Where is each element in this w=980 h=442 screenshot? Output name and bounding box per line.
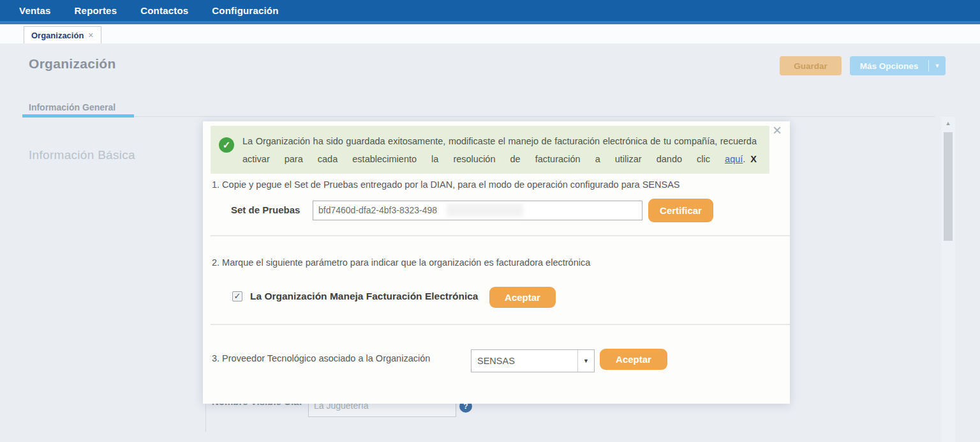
alert-text-after-link: . [743,154,745,164]
certificar-button[interactable]: Certificar [648,199,713,222]
page-title: Organización [29,56,116,72]
aceptar-step2-button[interactable]: Aceptar [489,287,556,308]
modal-close-icon[interactable]: × [773,123,782,138]
tab-organizacion[interactable]: Organización × [24,26,101,43]
step-divider [211,324,790,325]
basic-info-section-title: Información Básica [29,148,135,162]
mas-opciones-label: Más Opciones [850,61,928,71]
chevron-down-icon[interactable]: ▼ [929,63,946,69]
guardar-button[interactable]: Guardar [780,56,842,75]
tab-informacion-general[interactable]: Información General [29,102,115,112]
tab-organizacion-label: Organización [31,31,84,40]
step2-instruction: 2. Marque el siguiente parámetro para in… [212,257,590,268]
proveedor-select-value: SENSAS [471,356,577,366]
facturacion-checkbox[interactable]: ✓ [232,291,242,301]
tab-close-icon[interactable]: × [88,30,93,40]
nav-item-reportes[interactable]: Reportes [75,5,117,16]
select-caret-icon[interactable]: ▼ [577,350,594,372]
tabs-baseline-divider [134,116,935,117]
document-tabbar: Organización × [0,24,980,43]
set-de-pruebas-input[interactable]: bfd7460d-dfa2-4bf3-8323-498 [313,201,642,220]
scrollbar-up-arrow-icon[interactable]: ▲ [941,120,955,126]
aceptar-step3-button[interactable]: Aceptar [600,349,667,370]
nav-item-ventas[interactable]: Ventas [19,5,51,16]
facturacion-checkbox-label: La Organización Maneja Facturación Elect… [250,291,478,302]
success-check-icon: ✓ [219,137,234,153]
top-navbar: Ventas Reportes Contactos Configuración [0,0,980,21]
nav-item-configuracion[interactable]: Configuración [212,5,278,16]
vertical-scrollbar[interactable]: ▲ [941,117,955,442]
alert-dismiss-icon[interactable]: X [750,154,757,164]
scrollbar-thumb[interactable] [944,132,953,241]
success-alert: ✓ La Organización ha sido guardada exito… [211,126,769,174]
mas-opciones-button[interactable]: Más Opciones ▼ [850,56,946,75]
nav-item-contactos[interactable]: Contactos [140,5,188,16]
step-divider [211,235,790,236]
set-de-pruebas-label: Set de Pruebas [231,204,300,215]
proveedor-select[interactable]: SENSAS ▼ [471,349,595,372]
facturacion-electronica-modal: × ✓ La Organización ha sido guardada exi… [203,121,790,404]
step3-instruction: 3. Proveedor Tecnológico asociado a la O… [212,353,430,363]
alert-text-before-link: La Organización ha sido guardada exitosa… [242,136,757,164]
aqui-link[interactable]: aquí [725,154,743,164]
step1-instruction: 1. Copie y pegue el Set de Pruebas entre… [212,179,680,190]
success-alert-text: La Organización ha sido guardada exitosa… [242,132,757,168]
active-tab-underline [22,114,134,118]
